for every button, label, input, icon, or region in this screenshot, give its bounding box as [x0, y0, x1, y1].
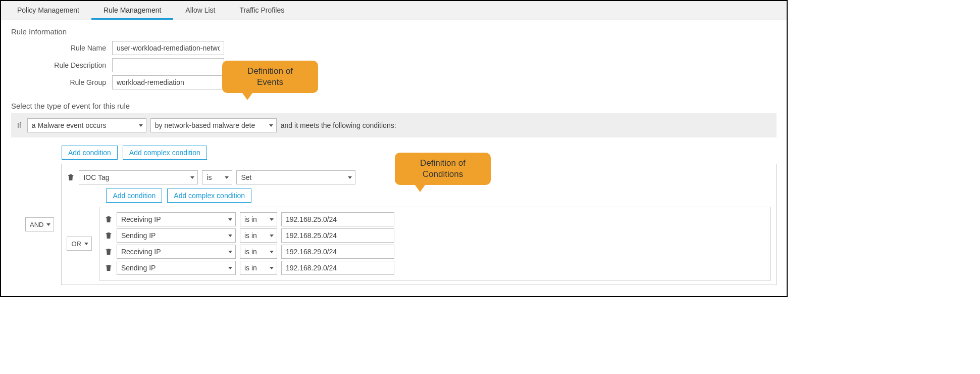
select-op[interactable]: is in [240, 245, 277, 259]
operator-or[interactable]: OR [67, 237, 92, 251]
select-field[interactable]: Sending IP [117, 261, 236, 275]
section-title: Rule Information [11, 27, 777, 36]
select-field[interactable]: Sending IP [117, 228, 236, 243]
btn-add-complex-condition-outer[interactable]: Add complex condition [123, 146, 207, 160]
input-rule-group[interactable] [112, 75, 224, 89]
tab-traffic-profiles[interactable]: Traffic Profiles [228, 1, 297, 20]
select-field[interactable]: Receiving IP [117, 245, 236, 259]
input-value[interactable] [281, 261, 394, 275]
callout-conditions: Definition of Conditions [395, 153, 491, 185]
input-value[interactable] [281, 245, 394, 259]
btn-add-condition-outer[interactable]: Add condition [62, 146, 118, 160]
input-value[interactable] [281, 228, 394, 243]
trash-icon[interactable] [105, 264, 113, 272]
if-label: If [17, 121, 21, 129]
btn-add-condition-inner[interactable]: Add condition [106, 189, 162, 203]
tab-bar: Policy Management Rule Management Allow … [1, 1, 787, 20]
select-value-set[interactable]: Set [236, 170, 355, 184]
tab-rule-management[interactable]: Rule Management [91, 1, 173, 20]
label-rule-name: Rule Name [11, 44, 112, 52]
tab-policy-management[interactable]: Policy Management [5, 1, 91, 20]
post-text: and it meets the following conditions: [281, 121, 396, 129]
operator-and[interactable]: AND [25, 217, 54, 231]
inner-condition-frame: Receiving IP is in Sending IP is in [99, 207, 771, 280]
select-op[interactable]: is in [240, 228, 277, 243]
select-op[interactable]: is in [240, 212, 277, 226]
trash-icon[interactable] [67, 173, 75, 181]
select-event-subtype[interactable]: by network-based malware dete [150, 118, 277, 132]
trash-icon[interactable] [105, 215, 113, 223]
label-rule-desc: Rule Description [11, 61, 112, 69]
trash-icon[interactable] [105, 231, 113, 240]
input-rule-name[interactable] [112, 41, 224, 55]
input-value[interactable] [281, 212, 394, 226]
select-field[interactable]: Receiving IP [117, 212, 236, 226]
select-event-type[interactable]: a Malware event occurs [27, 118, 146, 132]
label-rule-group: Rule Group [11, 78, 112, 86]
trash-icon[interactable] [105, 248, 113, 256]
tab-allow-list[interactable]: Allow List [173, 1, 227, 20]
select-op-is[interactable]: is [202, 170, 232, 184]
select-op[interactable]: is in [240, 261, 277, 275]
select-field-ioc[interactable]: IOC Tag [79, 170, 198, 184]
subtitle: Select the type of event for this rule [11, 102, 777, 110]
callout-events: Definition of Events [222, 61, 318, 93]
btn-add-complex-condition-inner[interactable]: Add complex condition [167, 189, 251, 203]
input-rule-desc[interactable] [112, 58, 224, 72]
